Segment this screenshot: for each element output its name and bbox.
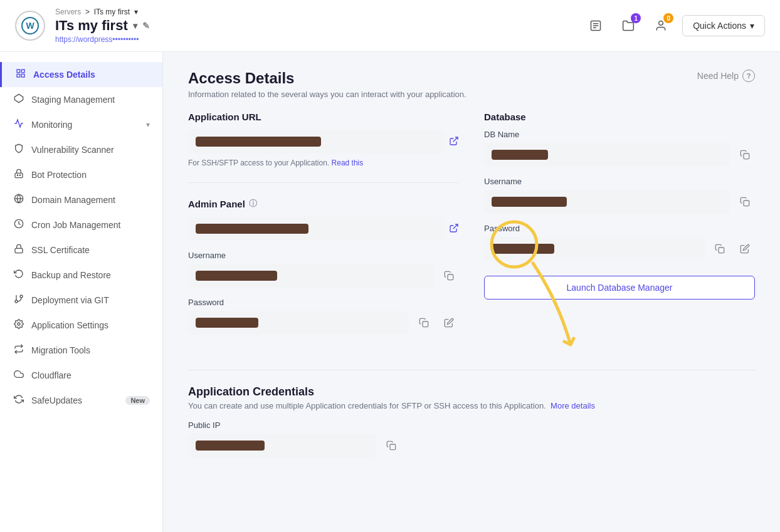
sidebar-label-staging: Staging Management xyxy=(31,95,150,105)
admin-panel-url-value xyxy=(188,217,444,241)
main-content: Access Details Information related to th… xyxy=(163,52,780,532)
svg-rect-28 xyxy=(744,201,749,206)
right-column: Database DB Name xyxy=(484,112,755,345)
need-help-label: Need Help xyxy=(697,71,739,81)
page-subtitle: Information related to the several ways … xyxy=(188,90,466,99)
database-section-title: Database xyxy=(484,112,755,122)
sidebar-label-backup: Backup and Restore xyxy=(31,270,150,280)
header-actions: 1 0 Quick Actions ▾ xyxy=(584,14,765,37)
public-ip-copy-button[interactable] xyxy=(381,436,401,456)
sidebar-item-monitoring[interactable]: Monitoring ▾ xyxy=(0,112,162,137)
divider-1 xyxy=(188,182,459,183)
svg-rect-26 xyxy=(423,321,428,327)
sidebar-item-app-settings[interactable]: Application Settings xyxy=(0,313,162,338)
admin-panel-url-row xyxy=(188,217,459,241)
files-badge: 1 xyxy=(631,13,641,23)
admin-username-value xyxy=(188,264,434,288)
sidebar-label-monitoring: Monitoring xyxy=(31,120,140,130)
cloudflare-icon xyxy=(13,369,25,382)
files-button[interactable]: 1 xyxy=(617,14,640,37)
admin-url-redacted xyxy=(196,224,308,234)
app-title: ITs my first xyxy=(55,18,128,34)
admin-password-copy-button[interactable] xyxy=(414,313,434,333)
db-username-copy-button[interactable] xyxy=(735,192,755,212)
db-name-label: DB Name xyxy=(484,130,755,139)
sidebar-item-safeupdates[interactable]: SafeUpdates New xyxy=(0,388,162,413)
svg-point-6 xyxy=(659,21,663,26)
db-name-copy-button[interactable] xyxy=(735,145,755,165)
monitoring-icon xyxy=(13,118,25,131)
monitoring-chevron-icon: ▾ xyxy=(146,120,150,129)
notes-button[interactable] xyxy=(584,14,607,37)
sidebar-item-backup[interactable]: Backup and Restore xyxy=(0,263,162,288)
public-ip-redacted xyxy=(196,441,265,451)
db-name-redacted xyxy=(492,150,548,160)
staging-icon xyxy=(13,93,25,106)
credentials-section: Application Credentials You can create a… xyxy=(188,385,755,457)
sidebar-label-access-details: Access Details xyxy=(33,70,150,80)
svg-point-22 xyxy=(18,323,20,325)
safeupdates-icon xyxy=(13,394,25,407)
admin-username-redacted xyxy=(196,271,277,281)
page-title-area: Access Details Information related to th… xyxy=(188,70,466,99)
admin-password-edit-button[interactable] xyxy=(439,313,459,333)
db-username-value xyxy=(484,190,730,214)
svg-line-24 xyxy=(453,224,458,229)
sidebar-item-cloudflare[interactable]: Cloudflare xyxy=(0,363,162,388)
quick-actions-chevron-icon: ▾ xyxy=(750,21,754,31)
admin-username-row xyxy=(188,264,459,288)
sidebar-item-staging[interactable]: Staging Management xyxy=(0,87,162,112)
admin-url-external-link-icon[interactable] xyxy=(449,223,459,235)
safeupdates-new-badge: New xyxy=(125,396,150,405)
page-title: Access Details xyxy=(188,70,466,87)
db-username-label: Username xyxy=(484,177,755,186)
sidebar-item-access-details[interactable]: Access Details xyxy=(0,62,162,87)
svg-rect-10 xyxy=(21,74,24,77)
domain-icon xyxy=(13,194,25,206)
app-settings-icon xyxy=(13,319,25,331)
db-password-edit-button[interactable] xyxy=(735,239,755,259)
launch-db-manager-button[interactable]: Launch Database Manager xyxy=(484,276,755,300)
credentials-subtitle: You can create and use multiple Applicat… xyxy=(188,401,755,410)
sidebar-label-migration: Migration Tools xyxy=(31,345,150,355)
title-chevron-icon[interactable]: ▾ xyxy=(133,21,137,31)
need-help-icon: ? xyxy=(742,70,755,82)
admin-password-value xyxy=(188,311,409,335)
sidebar-item-deployment[interactable]: Deployment via GIT xyxy=(0,288,162,313)
db-password-redacted xyxy=(492,244,554,254)
sidebar-item-cron[interactable]: Cron Job Management xyxy=(0,212,162,237)
sidebar-label-app-settings: Application Settings xyxy=(31,320,150,330)
db-name-group: DB Name xyxy=(484,130,755,167)
migration-icon xyxy=(13,344,25,357)
sidebar-item-migration[interactable]: Migration Tools xyxy=(0,338,162,363)
svg-line-23 xyxy=(453,137,458,142)
quick-actions-button[interactable]: Quick Actions ▾ xyxy=(682,15,765,36)
more-details-link[interactable]: More details xyxy=(551,401,595,410)
sidebar-item-vulnerability[interactable]: Vulnerability Scanner xyxy=(0,137,162,162)
app-url-external-link-icon[interactable] xyxy=(449,136,459,148)
db-name-value xyxy=(484,143,730,167)
admin-panel-section-title: Admin Panel ⓘ xyxy=(188,198,459,209)
svg-marker-11 xyxy=(14,94,23,102)
breadcrumb-dropdown-icon[interactable]: ▾ xyxy=(134,8,138,16)
public-ip-row xyxy=(188,434,755,457)
page-header: Access Details Information related to th… xyxy=(188,70,755,99)
read-this-link[interactable]: Read this xyxy=(332,159,364,167)
app-url[interactable]: https://wordpress•••••••••• xyxy=(55,35,574,44)
db-password-copy-button[interactable] xyxy=(710,239,730,259)
user-button[interactable]: 0 xyxy=(650,14,672,37)
sidebar-item-ssl[interactable]: SSL Certificate xyxy=(0,237,162,263)
need-help-button[interactable]: Need Help ? xyxy=(697,70,755,82)
admin-username-label: Username xyxy=(188,251,459,260)
sidebar-label-bot: Bot Protection xyxy=(31,170,150,180)
admin-panel-info-icon[interactable]: ⓘ xyxy=(249,198,257,209)
title-edit-icon[interactable]: ✎ xyxy=(142,21,150,31)
public-ip-label: Public IP xyxy=(188,420,755,430)
admin-username-copy-button[interactable] xyxy=(439,266,459,286)
sidebar-label-cron: Cron Job Management xyxy=(31,220,150,230)
sidebar-item-domain[interactable]: Domain Management xyxy=(0,187,162,212)
breadcrumb-servers[interactable]: Servers xyxy=(55,8,81,16)
breadcrumb: Servers > ITs my first ▾ xyxy=(55,8,574,16)
db-password-row xyxy=(484,237,755,261)
sidebar-item-bot-protection[interactable]: Bot Protection xyxy=(0,162,162,187)
